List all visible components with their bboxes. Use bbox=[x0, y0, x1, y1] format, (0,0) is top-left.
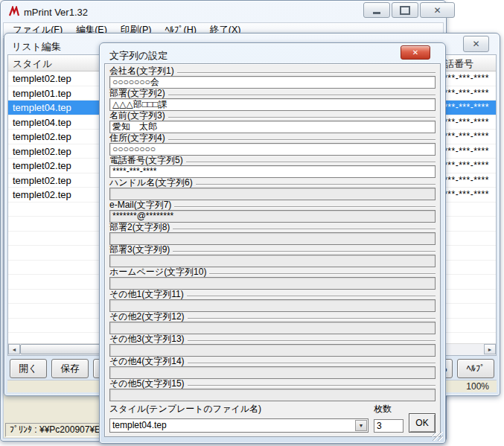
dialog-field: その他3(文字列13) bbox=[109, 334, 436, 357]
dialog-panel: 会社名(文字列1) ○○○○○○○会 部署(文字列2) △△△部□□□課 名前(… bbox=[104, 63, 441, 437]
field-label: ホームページ(文字列10) bbox=[109, 267, 206, 277]
field-label: 部署(文字列2) bbox=[109, 89, 165, 98]
dialog-field: 住所(文字列4) ○○○○○○○○ bbox=[109, 133, 436, 156]
field-label: 住所(文字列4) bbox=[109, 133, 165, 143]
department2-field[interactable] bbox=[109, 232, 436, 245]
scroll-right-icon[interactable]: ► bbox=[484, 344, 496, 354]
help-button[interactable]: ﾍﾙﾌﾟ bbox=[457, 359, 494, 378]
phone-cell: ****-***-**** bbox=[440, 173, 489, 188]
field-label: 部署3(文字列9) bbox=[109, 245, 170, 255]
field-divider bbox=[186, 162, 436, 163]
dialog-field: ハンドル名(文字列6) bbox=[109, 178, 436, 200]
field-divider bbox=[209, 273, 436, 275]
dialog-field: その他2(文字列12) bbox=[109, 312, 436, 334]
field-label: その他1(文字列11) bbox=[109, 290, 184, 299]
dialog-field: ホームページ(文字列10) bbox=[109, 267, 436, 290]
dialog-field: その他4(文字列14) bbox=[109, 357, 436, 379]
field-divider bbox=[168, 95, 436, 96]
list-window-title: リスト編集 bbox=[12, 40, 61, 54]
phone-cell: ****-***-**** bbox=[440, 115, 489, 130]
field-divider bbox=[168, 139, 436, 141]
email-field[interactable]: *******@******** bbox=[109, 210, 436, 223]
style-cell: templet02.tep bbox=[8, 160, 71, 171]
dialog-close-button[interactable]: ✕ bbox=[401, 45, 430, 60]
field-label: 部署2(文字列8) bbox=[109, 223, 170, 232]
other5-field[interactable] bbox=[109, 389, 436, 401]
app-icon bbox=[8, 6, 20, 17]
style-cell: templet02.tep bbox=[8, 175, 71, 186]
style-cell: templet04.tep bbox=[8, 102, 71, 113]
chevron-down-icon[interactable]: ▼ bbox=[355, 420, 367, 431]
style-combo[interactable]: templet04.tep ▼ bbox=[109, 418, 369, 433]
phone-cell: ****-***-**** bbox=[440, 144, 489, 159]
field-divider bbox=[188, 318, 436, 319]
save-button[interactable]: 保存 bbox=[51, 359, 89, 378]
string-settings-dialog: 文字列の設定 ✕ 会社名(文字列1) ○○○○○○○会 部署(文字列2) △△△… bbox=[99, 42, 446, 444]
field-divider bbox=[173, 251, 436, 252]
style-column-header[interactable]: スタイル bbox=[13, 57, 52, 71]
field-label: e-Mail(文字列7) bbox=[109, 200, 171, 210]
dialog-field: 電話番号(文字列5) ****-***-**** bbox=[109, 156, 436, 178]
phone-cell: ****-***-**** bbox=[440, 159, 489, 173]
resize-grip[interactable] bbox=[433, 432, 443, 441]
field-divider bbox=[168, 117, 436, 118]
field-divider bbox=[187, 296, 436, 297]
handle-field[interactable] bbox=[109, 188, 436, 200]
scroll-left-icon[interactable]: ◄ bbox=[8, 344, 20, 354]
minimize-button[interactable] bbox=[363, 2, 390, 18]
field-divider bbox=[174, 206, 436, 208]
other3-field[interactable] bbox=[109, 344, 436, 357]
field-divider bbox=[173, 229, 436, 230]
maximize-icon bbox=[400, 6, 410, 15]
field-divider bbox=[196, 184, 436, 185]
field-label: ハンドル名(文字列6) bbox=[109, 178, 193, 188]
main-window-title: mPrint Ver1.32 bbox=[24, 7, 88, 18]
dialog-field: 部署3(文字列9) bbox=[109, 245, 436, 267]
other2-field[interactable] bbox=[109, 322, 436, 334]
count-input[interactable]: 3 bbox=[374, 419, 403, 433]
style-cell: templet01.tep bbox=[8, 88, 71, 99]
other4-field[interactable] bbox=[109, 366, 436, 379]
field-label: 会社名(文字列1) bbox=[109, 66, 174, 76]
dialog-field: e-Mail(文字列7) *******@******** bbox=[109, 200, 436, 223]
style-cell: templet04.tep bbox=[8, 117, 71, 128]
phone-cell: ****-***-**** bbox=[440, 86, 489, 101]
field-divider bbox=[188, 385, 436, 386]
maximize-button[interactable] bbox=[392, 2, 418, 18]
other1-field[interactable] bbox=[109, 299, 436, 312]
phone-field[interactable]: ****-***-**** bbox=[109, 165, 436, 178]
style-cell: templet02.tep bbox=[8, 146, 71, 157]
field-label: その他2(文字列12) bbox=[109, 312, 185, 322]
department-field[interactable]: △△△部□□□課 bbox=[109, 98, 436, 111]
dialog-field: 会社名(文字列1) ○○○○○○○会 bbox=[109, 66, 436, 89]
main-titlebar[interactable]: mPrint Ver1.32 ✕ bbox=[1, 1, 446, 22]
style-cell: templet02.tep bbox=[8, 73, 71, 84]
style-combo-label: スタイル(テンプレートのファイル名) bbox=[109, 403, 369, 413]
minimize-icon bbox=[373, 12, 380, 14]
ok-button[interactable]: OK bbox=[409, 413, 436, 433]
field-label: その他5(文字列15) bbox=[109, 379, 185, 389]
list-window-close-button[interactable]: ✕ bbox=[463, 36, 489, 52]
field-label: 電話番号(文字列5) bbox=[109, 156, 183, 165]
field-divider bbox=[177, 72, 436, 74]
dialog-field: 部署(文字列2) △△△部□□□課 bbox=[109, 89, 436, 111]
company-field[interactable]: ○○○○○○○会 bbox=[109, 76, 436, 89]
homepage-field[interactable] bbox=[109, 277, 436, 290]
name-field[interactable]: 愛知 太郎 bbox=[109, 121, 436, 133]
close-icon: ✕ bbox=[412, 49, 418, 57]
phone-cell: ****-***-**** bbox=[440, 101, 489, 115]
dialog-field: 名前(文字列3) 愛知 太郎 bbox=[109, 111, 436, 133]
open-button[interactable]: 開く bbox=[10, 359, 47, 378]
field-label: その他3(文字列13) bbox=[109, 334, 185, 344]
department3-field[interactable] bbox=[109, 255, 436, 267]
dialog-field: その他1(文字列11) bbox=[109, 290, 436, 312]
close-button[interactable]: ✕ bbox=[420, 2, 455, 18]
phone-column-header[interactable]: 話番号 bbox=[444, 57, 473, 71]
phone-cell: ****-***-**** bbox=[440, 188, 489, 203]
close-icon: ✕ bbox=[472, 39, 479, 48]
field-label: その他4(文字列14) bbox=[109, 357, 185, 366]
dialog-field: その他5(文字列15) bbox=[109, 379, 436, 401]
field-divider bbox=[188, 340, 436, 342]
style-combo-value: templet04.tep bbox=[110, 419, 368, 432]
address-field[interactable]: ○○○○○○○○ bbox=[109, 143, 436, 156]
